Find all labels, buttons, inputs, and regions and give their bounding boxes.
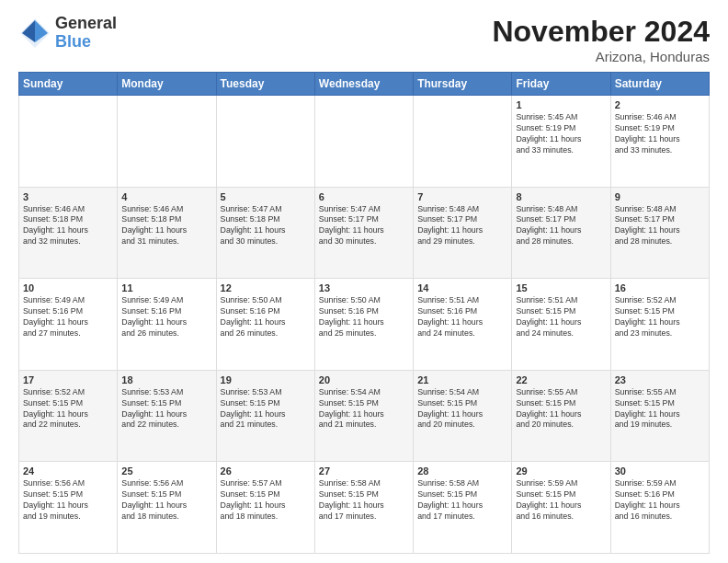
day-cell: 18Sunrise: 5:53 AM Sunset: 5:15 PM Dayli… [118,370,216,462]
location: Arizona, Honduras [492,49,710,64]
day-info: Sunrise: 5:47 AM Sunset: 5:17 PM Dayligh… [319,204,409,248]
calendar-body: 1Sunrise: 5:45 AM Sunset: 5:19 PM Daylig… [19,96,710,554]
col-friday: Friday [512,73,610,96]
title-block: November 2024 Arizona, Honduras [492,15,710,64]
day-cell: 2Sunrise: 5:46 AM Sunset: 5:19 PM Daylig… [610,96,709,188]
day-cell: 10Sunrise: 5:49 AM Sunset: 5:16 PM Dayli… [19,279,118,371]
day-number: 12 [221,282,311,293]
col-saturday: Saturday [610,73,709,96]
day-number: 7 [417,191,507,202]
day-cell: 14Sunrise: 5:51 AM Sunset: 5:16 PM Dayli… [414,279,512,371]
day-number: 14 [417,282,507,293]
logo-general: General [55,15,117,33]
day-cell: 30Sunrise: 5:59 AM Sunset: 5:16 PM Dayli… [610,462,709,554]
day-number: 2 [615,99,705,110]
day-cell: 11Sunrise: 5:49 AM Sunset: 5:16 PM Dayli… [118,279,216,371]
page: General Blue November 2024 Arizona, Hond… [0,0,728,563]
day-number: 18 [121,374,211,385]
day-info: Sunrise: 5:51 AM Sunset: 5:15 PM Dayligh… [516,295,606,339]
day-cell: 20Sunrise: 5:54 AM Sunset: 5:15 PM Dayli… [314,370,413,462]
day-number: 30 [615,465,705,477]
day-number: 9 [615,191,705,202]
day-cell [314,96,413,188]
day-cell: 12Sunrise: 5:50 AM Sunset: 5:16 PM Dayli… [216,279,314,371]
day-cell: 4Sunrise: 5:46 AM Sunset: 5:18 PM Daylig… [118,187,216,279]
day-number: 21 [417,374,507,385]
day-info: Sunrise: 5:47 AM Sunset: 5:18 PM Dayligh… [221,204,311,248]
day-number: 26 [221,465,311,477]
day-info: Sunrise: 5:57 AM Sunset: 5:15 PM Dayligh… [221,478,311,523]
day-info: Sunrise: 5:58 AM Sunset: 5:15 PM Dayligh… [319,478,409,523]
week-row-4: 17Sunrise: 5:52 AM Sunset: 5:15 PM Dayli… [19,370,710,462]
day-info: Sunrise: 5:49 AM Sunset: 5:16 PM Dayligh… [121,295,211,339]
day-cell: 27Sunrise: 5:58 AM Sunset: 5:15 PM Dayli… [314,462,413,554]
day-info: Sunrise: 5:56 AM Sunset: 5:15 PM Dayligh… [23,478,113,523]
day-number: 13 [319,282,409,293]
day-cell: 13Sunrise: 5:50 AM Sunset: 5:16 PM Dayli… [314,279,413,371]
day-info: Sunrise: 5:54 AM Sunset: 5:15 PM Dayligh… [319,387,409,431]
logo: General Blue [18,15,117,52]
day-cell: 25Sunrise: 5:56 AM Sunset: 5:15 PM Dayli… [118,462,216,554]
header-row: Sunday Monday Tuesday Wednesday Thursday… [19,73,710,96]
day-number: 16 [615,282,705,293]
day-cell: 19Sunrise: 5:53 AM Sunset: 5:15 PM Dayli… [216,370,314,462]
day-cell: 7Sunrise: 5:48 AM Sunset: 5:17 PM Daylig… [414,187,512,279]
day-cell [118,96,216,188]
day-number: 20 [319,374,409,385]
day-cell: 28Sunrise: 5:58 AM Sunset: 5:15 PM Dayli… [414,462,512,554]
day-info: Sunrise: 5:54 AM Sunset: 5:15 PM Dayligh… [417,387,507,431]
day-cell: 17Sunrise: 5:52 AM Sunset: 5:15 PM Dayli… [19,370,118,462]
day-info: Sunrise: 5:56 AM Sunset: 5:15 PM Dayligh… [121,478,211,523]
day-info: Sunrise: 5:49 AM Sunset: 5:16 PM Dayligh… [23,295,113,339]
day-number: 4 [121,191,211,202]
day-cell [19,96,118,188]
logo-blue: Blue [55,33,117,52]
day-number: 15 [516,282,606,293]
day-number: 3 [23,191,113,202]
day-info: Sunrise: 5:48 AM Sunset: 5:17 PM Dayligh… [417,204,507,248]
day-number: 8 [516,191,606,202]
col-monday: Monday [118,73,216,96]
week-row-3: 10Sunrise: 5:49 AM Sunset: 5:16 PM Dayli… [19,279,710,371]
day-number: 25 [121,465,211,477]
day-cell: 9Sunrise: 5:48 AM Sunset: 5:17 PM Daylig… [610,187,709,279]
week-row-1: 1Sunrise: 5:45 AM Sunset: 5:19 PM Daylig… [19,96,710,188]
day-info: Sunrise: 5:53 AM Sunset: 5:15 PM Dayligh… [121,387,211,431]
day-number: 17 [23,374,113,385]
day-cell: 24Sunrise: 5:56 AM Sunset: 5:15 PM Dayli… [19,462,118,554]
day-info: Sunrise: 5:46 AM Sunset: 5:18 PM Dayligh… [121,204,211,248]
day-info: Sunrise: 5:46 AM Sunset: 5:18 PM Dayligh… [23,204,113,248]
day-info: Sunrise: 5:58 AM Sunset: 5:15 PM Dayligh… [417,478,507,523]
logo-icon [18,17,51,50]
day-cell: 22Sunrise: 5:55 AM Sunset: 5:15 PM Dayli… [512,370,610,462]
day-number: 5 [221,191,311,202]
day-number: 24 [23,465,113,477]
day-number: 23 [615,374,705,385]
day-cell [216,96,314,188]
day-number: 11 [121,282,211,293]
day-info: Sunrise: 5:52 AM Sunset: 5:15 PM Dayligh… [23,387,113,431]
day-cell: 6Sunrise: 5:47 AM Sunset: 5:17 PM Daylig… [314,187,413,279]
day-cell: 15Sunrise: 5:51 AM Sunset: 5:15 PM Dayli… [512,279,610,371]
day-cell: 16Sunrise: 5:52 AM Sunset: 5:15 PM Dayli… [610,279,709,371]
week-row-5: 24Sunrise: 5:56 AM Sunset: 5:15 PM Dayli… [19,462,710,554]
day-info: Sunrise: 5:55 AM Sunset: 5:15 PM Dayligh… [615,387,705,431]
calendar: Sunday Monday Tuesday Wednesday Thursday… [18,72,710,554]
day-info: Sunrise: 5:59 AM Sunset: 5:16 PM Dayligh… [615,478,705,523]
day-info: Sunrise: 5:52 AM Sunset: 5:15 PM Dayligh… [615,295,705,339]
day-cell: 23Sunrise: 5:55 AM Sunset: 5:15 PM Dayli… [610,370,709,462]
day-cell: 3Sunrise: 5:46 AM Sunset: 5:18 PM Daylig… [19,187,118,279]
day-info: Sunrise: 5:59 AM Sunset: 5:15 PM Dayligh… [516,478,606,523]
col-sunday: Sunday [19,73,118,96]
day-info: Sunrise: 5:50 AM Sunset: 5:16 PM Dayligh… [221,295,311,339]
day-cell [414,96,512,188]
calendar-header: Sunday Monday Tuesday Wednesday Thursday… [19,73,710,96]
day-cell: 1Sunrise: 5:45 AM Sunset: 5:19 PM Daylig… [512,96,610,188]
day-cell: 5Sunrise: 5:47 AM Sunset: 5:18 PM Daylig… [216,187,314,279]
day-number: 19 [221,374,311,385]
day-cell: 29Sunrise: 5:59 AM Sunset: 5:15 PM Dayli… [512,462,610,554]
day-info: Sunrise: 5:51 AM Sunset: 5:16 PM Dayligh… [417,295,507,339]
logo-text: General Blue [55,15,117,52]
col-thursday: Thursday [414,73,512,96]
day-info: Sunrise: 5:48 AM Sunset: 5:17 PM Dayligh… [615,204,705,248]
